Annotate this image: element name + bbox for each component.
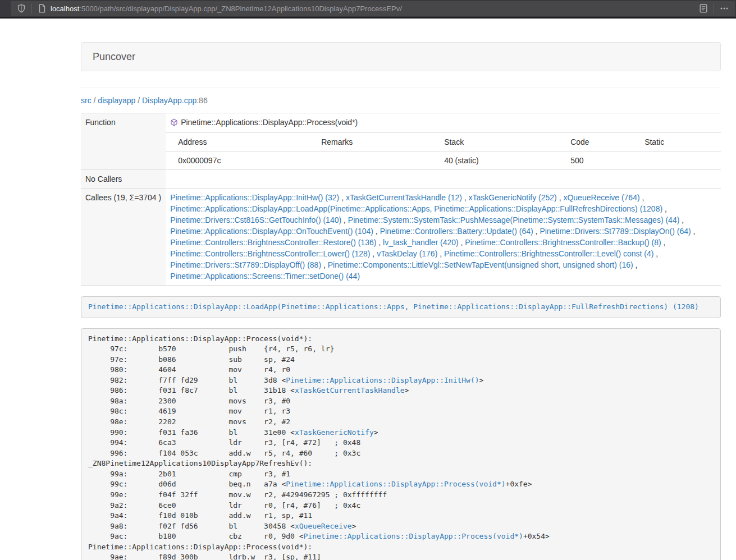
page-info-icon[interactable] (36, 2, 48, 15)
callees-list: Pinetime::Applications::DisplayApp::Init… (166, 189, 721, 286)
callee-link[interactable]: Pinetime::Applications::DisplayApp::Load… (170, 204, 662, 213)
url-text[interactable]: localhost:5000/path/src/displayapp/Displ… (51, 4, 697, 13)
page-actions-menu-icon[interactable] (718, 2, 730, 15)
callee-link[interactable]: Pinetime::Drivers::St7789::DisplayOn() (… (540, 227, 691, 236)
function-name-cell: Pinetime::Applications::DisplayApp::Proc… (166, 113, 721, 133)
breadcrumb-link[interactable]: DisplayApp.cpp (142, 96, 196, 105)
url-bar[interactable]: localhost:5000/path/src/displayapp/Displ… (11, 1, 735, 16)
symbol-table: Function Pinetime::Applications::Display… (81, 113, 721, 286)
symbol-link[interactable]: Pinetime::Applications::DisplayApp::Init… (286, 376, 479, 384)
app-title-panel: Puncover (81, 42, 721, 71)
callee-link[interactable]: Pinetime::Drivers::Cst816S::GetTouchInfo… (170, 215, 341, 224)
highlighted-callee-box: Pinetime::Applications::DisplayApp::Load… (81, 296, 721, 318)
symbol-link[interactable]: Pinetime::Applications::DisplayApp::Proc… (286, 480, 505, 488)
symbol-link[interactable]: Pinetime::Applications::DisplayApp::Proc… (304, 532, 523, 540)
callee-link[interactable]: Pinetime::System::SystemTask::PushMessag… (348, 215, 680, 224)
callees-row: Callees (19, Σ=3704 ) Pinetime::Applicat… (81, 189, 721, 286)
breadcrumb: src / displayapp / DisplayApp.cpp:86 (81, 88, 721, 113)
column-header-remarks: Remarks (309, 133, 432, 152)
urlbar-separator (31, 4, 32, 13)
callee-link[interactable]: Pinetime::Controllers::BrightnessControl… (444, 249, 653, 258)
address-value: 0x0000097c (166, 152, 309, 170)
stats-header-row: Address Remarks Stack Code Static (81, 133, 721, 152)
symbol-link[interactable]: xTaskGenericNotify (295, 428, 374, 437)
breadcrumb-link[interactable]: src (81, 96, 92, 105)
function-row: Function Pinetime::Applications::Display… (81, 113, 721, 133)
callee-link[interactable]: Pinetime::Controllers::BrightnessControl… (170, 249, 370, 258)
page-title: Puncover (93, 51, 135, 62)
assembly-code: Pinetime::Applications::DisplayApp::Proc… (81, 328, 721, 560)
function-name: Pinetime::Applications::DisplayApp::Proc… (181, 118, 358, 127)
callee-link[interactable]: Pinetime::Controllers::BrightnessControl… (465, 238, 661, 247)
shield-icon[interactable] (15, 2, 28, 15)
breadcrumb-line-number: :86 (196, 96, 207, 105)
stats-value-row: 0x0000097c 40 (static) 500 (81, 152, 721, 170)
urlbar-separator-right (714, 4, 714, 13)
cube-icon (170, 118, 178, 129)
code-value: 500 (558, 152, 632, 170)
function-label: Function (81, 113, 166, 170)
callee-link[interactable]: Pinetime::Applications::DisplayApp::OnTo… (170, 227, 373, 236)
callers-row: No Callers (81, 170, 721, 189)
callee-link[interactable]: Pinetime::Controllers::Battery::Update()… (380, 227, 533, 236)
symbol-link[interactable]: xQueueReceive (295, 522, 352, 530)
callee-link[interactable]: xQueueReceive (764) (563, 193, 639, 202)
url-path: :5000/path/src/displayapp/DisplayApp.cpp… (79, 4, 402, 13)
remarks-value (309, 152, 432, 170)
breadcrumb-links: src / displayapp / DisplayApp.cpp (81, 96, 196, 105)
callee-link[interactable]: Pinetime::Controllers::BrightnessControl… (170, 238, 376, 247)
callee-link[interactable]: Pinetime::Applications::Screens::Timer::… (170, 272, 360, 281)
column-header-static: Static (632, 133, 721, 152)
no-callers-label: No Callers (81, 170, 166, 189)
static-value (632, 152, 721, 170)
reader-mode-icon[interactable] (697, 2, 710, 15)
highlighted-callee-link[interactable]: Pinetime::Applications::DisplayApp::Load… (88, 302, 699, 311)
callees-label: Callees (19, Σ=3704 ) (81, 189, 166, 286)
callee-link[interactable]: xTaskGenericNotify (252) (469, 193, 557, 202)
callee-link[interactable]: lv_task_handler (420) (383, 238, 459, 247)
browser-toolbar: localhost:5000/path/src/displayapp/Displ… (0, 0, 736, 19)
stack-value: 40 (static) (432, 152, 558, 170)
breadcrumb-link[interactable]: displayapp (98, 96, 135, 105)
column-header-code: Code (558, 133, 632, 152)
callee-link[interactable]: xTaskGetCurrentTaskHandle (12) (346, 193, 462, 202)
callee-link[interactable]: Pinetime::Applications::DisplayApp::Init… (170, 193, 339, 202)
callee-link[interactable]: Pinetime::Drivers::St7789::DisplayOff() … (170, 260, 321, 269)
symbol-link[interactable]: xTaskGetCurrentTaskHandle (295, 386, 405, 394)
callee-link[interactable]: vTaskDelay (176) (377, 249, 437, 258)
page-content: Puncover src / displayapp / DisplayApp.c… (81, 42, 721, 560)
column-header-stack: Stack (432, 133, 558, 152)
callee-link[interactable]: Pinetime::Components::LittleVgl::SetNewT… (328, 260, 633, 269)
column-header-address: Address (166, 133, 309, 152)
url-host: localhost (51, 4, 79, 13)
callers-cell (166, 170, 721, 189)
